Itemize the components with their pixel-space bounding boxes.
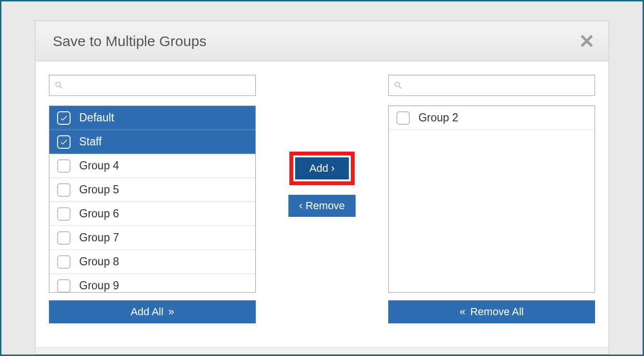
selected-column: Group 2 « Remove All xyxy=(388,75,595,343)
list-item-label: Group 7 xyxy=(79,231,119,244)
add-label: Add xyxy=(310,162,328,175)
list-item[interactable]: Group 5 xyxy=(49,178,255,202)
remove-label: Remove xyxy=(306,200,345,212)
list-item[interactable]: Default xyxy=(49,106,255,130)
list-item-label: Group 4 xyxy=(79,159,119,172)
add-all-button[interactable]: Add All » xyxy=(49,300,256,323)
list-item[interactable]: Group 7 xyxy=(49,226,255,250)
available-list[interactable]: DefaultStaffGroup 4Group 5Group 6Group 7… xyxy=(49,106,256,293)
list-item[interactable]: Staff xyxy=(49,130,255,154)
dialog-footer xyxy=(36,347,608,354)
list-item-label: Staff xyxy=(79,135,102,148)
remove-button[interactable]: ‹ Remove xyxy=(288,195,355,217)
dialog-title: Save to Multiple Groups xyxy=(53,33,206,49)
selected-search[interactable] xyxy=(388,75,595,96)
checkbox-icon[interactable] xyxy=(57,279,71,293)
double-chevron-right-icon: » xyxy=(168,306,174,318)
checkbox-icon[interactable] xyxy=(396,111,410,125)
checkbox-icon[interactable] xyxy=(57,159,71,173)
checkbox-icon[interactable] xyxy=(57,255,71,269)
checkbox-icon[interactable] xyxy=(57,183,71,197)
search-icon xyxy=(54,81,64,90)
remove-all-button[interactable]: « Remove All xyxy=(388,300,595,323)
add-button[interactable]: Add › xyxy=(295,157,349,179)
list-item-label: Default xyxy=(79,111,114,124)
list-item-label: Group 2 xyxy=(418,111,458,124)
list-item[interactable]: Group 4 xyxy=(49,154,255,178)
list-item-label: Group 9 xyxy=(79,279,119,292)
available-search-input[interactable] xyxy=(68,80,250,92)
double-chevron-left-icon: « xyxy=(460,306,465,318)
list-item-label: Group 5 xyxy=(79,183,119,196)
selected-list[interactable]: Group 2 xyxy=(388,106,595,293)
list-item[interactable]: Group 9 xyxy=(49,274,255,293)
list-item[interactable]: Group 6 xyxy=(49,202,255,226)
search-icon xyxy=(394,81,403,90)
list-item[interactable]: Group 2 xyxy=(389,106,595,130)
add-all-label: Add All xyxy=(131,306,164,318)
dialog-header: Save to Multiple Groups ✕ xyxy=(36,21,608,61)
checkbox-icon[interactable] xyxy=(57,111,71,125)
chevron-right-icon: › xyxy=(331,162,334,175)
dialog-body: DefaultStaffGroup 4Group 5Group 6Group 7… xyxy=(36,61,608,347)
available-column: DefaultStaffGroup 4Group 5Group 6Group 7… xyxy=(49,75,256,343)
remove-all-label: Remove All xyxy=(470,306,524,318)
add-button-highlight: Add › xyxy=(289,152,355,185)
list-item-label: Group 6 xyxy=(79,207,119,220)
close-icon[interactable]: ✕ xyxy=(579,32,595,51)
chevron-left-icon: ‹ xyxy=(299,200,302,212)
list-item-label: Group 8 xyxy=(79,255,119,268)
selected-search-input[interactable] xyxy=(407,80,590,92)
transfer-controls: Add › ‹ Remove xyxy=(275,75,369,343)
checkbox-icon[interactable] xyxy=(57,231,71,245)
list-item[interactable]: Group 8 xyxy=(49,250,255,274)
dialog-panel: Save to Multiple Groups ✕ DefaultStaffGr… xyxy=(35,21,609,355)
app-frame: Save to Multiple Groups ✕ DefaultStaffGr… xyxy=(0,0,644,356)
available-search[interactable] xyxy=(49,75,256,96)
checkbox-icon[interactable] xyxy=(57,135,71,149)
checkbox-icon[interactable] xyxy=(57,207,71,221)
